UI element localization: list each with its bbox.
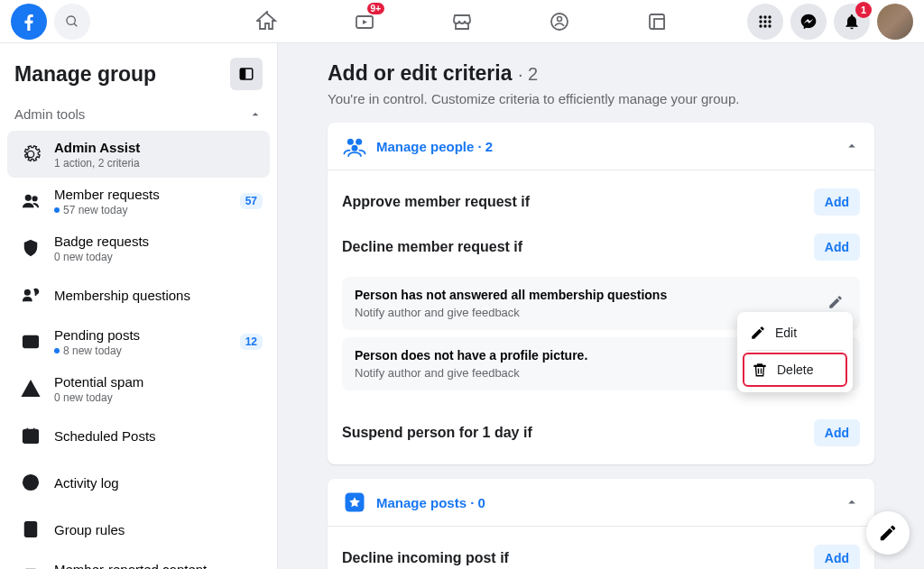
menu-label: Member-reported content [54, 562, 263, 570]
chevron-up-icon [844, 494, 860, 510]
criteria-title: Person does not have a profile picture. [355, 348, 587, 363]
shield-icon [14, 232, 47, 264]
popover-delete-label: Delete [777, 363, 813, 377]
sidebar-item-badge-requests[interactable]: Badge requests 0 new today [7, 225, 270, 271]
question-icon [14, 279, 47, 311]
nav-groups[interactable] [514, 0, 605, 43]
posts-icon [14, 326, 47, 358]
row-label: Approve member request if [342, 194, 530, 210]
svg-point-5 [759, 15, 762, 18]
add-suspend-button[interactable]: Add [814, 419, 860, 446]
clock-icon [14, 466, 47, 499]
menu-label: Member requests [54, 187, 240, 202]
svg-point-24 [347, 139, 354, 145]
sidebar-item-activity-log[interactable]: Activity log [7, 459, 270, 506]
sidebar-item-member-reported[interactable]: Member-reported content 0 new today [7, 553, 270, 569]
popover-edit-label: Edit [775, 326, 797, 340]
sidebar-item-member-requests[interactable]: Member requests 57 new today 57 [7, 178, 270, 225]
menu-label: Badge requests [54, 234, 263, 249]
sidebar-item-membership-questions[interactable]: Membership questions [7, 271, 270, 318]
svg-point-25 [356, 139, 362, 145]
svg-point-8 [759, 20, 762, 23]
svg-rect-19 [23, 336, 39, 348]
profile-avatar[interactable] [877, 4, 913, 40]
notifications-button[interactable]: 1 [834, 4, 870, 40]
menu-label: Membership questions [54, 288, 263, 303]
menu-sub: 8 new today [54, 344, 240, 357]
people-icon [342, 133, 367, 159]
nav-home[interactable] [222, 0, 312, 43]
nav-watch[interactable]: 9+ [319, 0, 410, 43]
facebook-logo[interactable] [11, 4, 47, 40]
count-badge: 57 [240, 193, 263, 209]
sidebar-panel-icon[interactable] [230, 58, 263, 90]
criteria-item: Person does not have a profile picture. … [342, 337, 860, 390]
sidebar-item-admin-assist[interactable]: Admin Assist 1 action, 2 criteria [7, 131, 270, 178]
svg-point-16 [26, 196, 32, 201]
manage-people-card: Manage people · 2 Approve member request… [328, 123, 874, 464]
divider [746, 350, 844, 351]
criteria-actions-popover: Edit Delete [737, 312, 853, 392]
row-label: Suspend person for 1 day if [342, 425, 532, 441]
menu-sub: 1 action, 2 criteria [54, 157, 263, 170]
blue-dot-icon [54, 207, 60, 213]
popover-delete[interactable]: Delete [743, 353, 847, 387]
blue-dot-icon [54, 348, 60, 353]
count-badge: 12 [240, 334, 263, 350]
svg-point-26 [352, 145, 358, 151]
messenger-button[interactable] [790, 4, 827, 40]
people-icon [14, 185, 47, 217]
criteria-title: Person has not answered all membership q… [355, 288, 667, 302]
report-icon [14, 560, 47, 569]
svg-point-10 [768, 20, 771, 23]
menu-label: Group rules [54, 522, 263, 537]
sidebar-item-pending-posts[interactable]: Pending posts 8 new today 12 [7, 318, 270, 365]
manage-people-header[interactable]: Manage people · 2 [328, 123, 874, 170]
compose-fab[interactable] [866, 511, 910, 555]
center-navigation: 9+ [222, 0, 702, 43]
decline-row: Decline member request if Add [342, 225, 860, 270]
menu-label: Scheduled Posts [54, 428, 263, 444]
add-approve-button[interactable]: Add [814, 188, 860, 216]
card-title: Manage posts · 0 [376, 495, 485, 510]
row-label: Decline incoming post if [342, 550, 509, 566]
svg-point-12 [763, 24, 766, 27]
svg-point-11 [759, 24, 762, 27]
menu-label: Potential spam [54, 374, 263, 390]
sidebar-item-potential-spam[interactable]: Potential spam 0 new today [7, 365, 270, 412]
watch-badge: 9+ [367, 3, 384, 14]
sidebar-item-group-rules[interactable]: Group rules [7, 506, 270, 553]
menu-sub: 57 new today [54, 204, 240, 216]
right-navigation: 1 [747, 4, 913, 40]
page-subtitle: You're in control. Customize criteria to… [328, 91, 874, 106]
decline-post-row: Decline incoming post if Add [342, 536, 860, 569]
nav-marketplace[interactable] [417, 0, 507, 43]
svg-point-13 [768, 24, 771, 27]
popover-edit[interactable]: Edit [743, 317, 847, 348]
notification-count: 1 [855, 2, 872, 18]
main-content: Add or edit criteria · 2 You're in contr… [278, 43, 924, 569]
svg-point-7 [768, 15, 771, 18]
menu-button[interactable] [747, 4, 783, 40]
star-badge-icon [342, 490, 367, 515]
menu-label: Activity log [54, 475, 263, 491]
add-decline-button[interactable]: Add [814, 234, 860, 261]
add-decline-post-button[interactable]: Add [814, 545, 860, 569]
admin-tools-toggle[interactable]: Admin tools [0, 97, 277, 131]
sidebar-menu: Admin Assist 1 action, 2 criteria Member… [0, 131, 277, 569]
nav-gaming[interactable] [612, 0, 702, 43]
sidebar-header: Manage group [0, 43, 277, 97]
section-label: Admin tools [14, 106, 85, 122]
calendar-icon [14, 419, 47, 452]
top-navigation: 9+ 1 [0, 0, 924, 43]
svg-point-18 [25, 290, 30, 296]
warning-icon [14, 372, 47, 405]
suspend-row: Suspend person for 1 day if Add [342, 410, 860, 455]
search-button[interactable] [54, 4, 90, 40]
menu-sub: 0 new today [54, 391, 263, 404]
svg-point-17 [32, 197, 37, 201]
gear-icon [14, 138, 47, 170]
manage-posts-card: Manage posts · 0 Decline incoming post i… [328, 479, 874, 569]
manage-posts-header[interactable]: Manage posts · 0 [328, 479, 874, 527]
sidebar-item-scheduled-posts[interactable]: Scheduled Posts [7, 412, 270, 459]
